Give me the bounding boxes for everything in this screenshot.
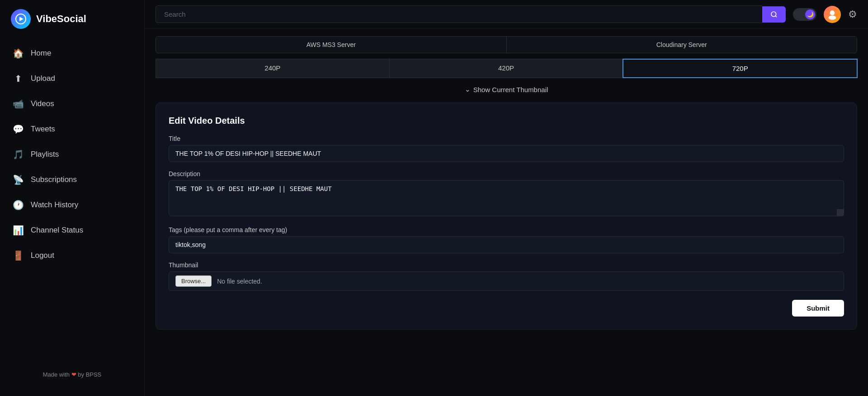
sidebar-item-subscriptions[interactable]: 📡 Subscriptions: [0, 168, 144, 191]
browse-button[interactable]: Browse...: [175, 275, 212, 287]
thumbnail-file-row: Browse... No file selected.: [169, 271, 844, 291]
sidebar-item-label: Playlists: [31, 150, 59, 159]
sidebar-item-playlists[interactable]: 🎵 Playlists: [0, 143, 144, 166]
sidebar-item-home[interactable]: 🏠 Home: [0, 42, 144, 65]
sidebar: VibeSocial 🏠 Home ⬆ Upload 📹 Videos 💬 Tw…: [0, 0, 145, 396]
subscriptions-icon: 📡: [13, 174, 24, 185]
form-footer: Submit: [169, 300, 844, 317]
sidebar-item-label: Channel Status: [31, 226, 83, 235]
description-field-group: Description THE TOP 1% OF DESI HIP-HOP |…: [169, 170, 844, 218]
edit-video-card: Edit Video Details Title Description THE…: [156, 102, 857, 330]
videos-icon: 📹: [13, 98, 24, 109]
chevron-down-icon: ⌄: [465, 85, 471, 93]
svg-line-3: [775, 16, 777, 17]
sidebar-footer: Made with ❤ by BPSS: [0, 362, 144, 387]
playlists-icon: 🎵: [13, 149, 24, 160]
watch-history-icon: 🕐: [13, 200, 24, 210]
sidebar-item-watch-history[interactable]: 🕐 Watch History: [0, 193, 144, 217]
sidebar-item-channel-status[interactable]: 📊 Channel Status: [0, 219, 144, 242]
sidebar-nav: 🏠 Home ⬆ Upload 📹 Videos 💬 Tweets 🎵 Play…: [0, 38, 144, 362]
logo-text: VibeSocial: [36, 13, 86, 25]
sidebar-item-label: Videos: [31, 99, 54, 108]
svg-point-4: [830, 10, 835, 15]
show-thumbnail-label: Show Current Thumbnail: [473, 86, 548, 93]
thumbnail-field-group: Thumbnail Browse... No file selected.: [169, 261, 844, 291]
no-file-label: No file selected.: [217, 278, 262, 285]
title-field-group: Title: [169, 135, 844, 162]
tags-field-group: Tags (please put a comma after every tag…: [169, 226, 844, 253]
svg-marker-1: [19, 17, 24, 21]
logo-icon: [11, 9, 31, 29]
sidebar-item-label: Watch History: [31, 200, 78, 210]
server-tab-aws[interactable]: AWS MS3 Server: [156, 37, 507, 53]
theme-toggle-thumb: 🌙: [805, 9, 815, 19]
submit-button[interactable]: Submit: [792, 300, 844, 317]
sidebar-item-upload[interactable]: ⬆ Upload: [0, 67, 144, 90]
sidebar-item-label: Home: [31, 49, 51, 58]
sidebar-item-logout[interactable]: 🚪 Logout: [0, 244, 144, 267]
thumbnail-label: Thumbnail: [169, 261, 844, 269]
tags-label: Tags (please put a comma after every tag…: [169, 226, 844, 233]
channel-status-icon: 📊: [13, 225, 24, 236]
header: 🌙 ⚙: [145, 0, 868, 29]
quality-tab-420p[interactable]: 420P: [389, 59, 623, 78]
sidebar-item-label: Logout: [31, 251, 54, 260]
content-area: AWS MS3 Server Cloudinary Server 240P 42…: [145, 29, 868, 396]
search-input[interactable]: [156, 5, 762, 23]
sidebar-item-label: Tweets: [31, 125, 55, 134]
sidebar-item-tweets[interactable]: 💬 Tweets: [0, 117, 144, 141]
tags-input[interactable]: [169, 236, 844, 253]
show-thumbnail-section: ⌄ Show Current Thumbnail: [156, 85, 857, 93]
svg-point-5: [829, 15, 836, 20]
logout-icon: 🚪: [13, 250, 24, 261]
upload-icon: ⬆: [13, 73, 24, 84]
heart-icon: ❤: [71, 371, 76, 378]
server-tabs: AWS MS3 Server Cloudinary Server: [156, 36, 857, 53]
tweets-icon: 💬: [13, 124, 24, 135]
title-input[interactable]: [169, 145, 844, 162]
search-wrapper: [156, 5, 786, 23]
title-label: Title: [169, 135, 844, 142]
settings-icon[interactable]: ⚙: [848, 9, 857, 20]
search-button[interactable]: [762, 6, 786, 23]
home-icon: 🏠: [13, 48, 24, 59]
quality-tab-720p[interactable]: 720P: [623, 59, 858, 78]
svg-point-2: [771, 12, 776, 17]
sidebar-item-label: Upload: [31, 74, 55, 83]
sidebar-item-label: Subscriptions: [31, 175, 77, 184]
quality-tabs: 240P 420P 720P: [156, 59, 857, 78]
sidebar-item-videos[interactable]: 📹 Videos: [0, 92, 144, 116]
server-tab-cloudinary[interactable]: Cloudinary Server: [507, 37, 857, 53]
main-content: 🌙 ⚙ AWS MS3 Server Cloudinary Server 240…: [145, 0, 868, 396]
edit-card-title: Edit Video Details: [169, 116, 844, 126]
header-actions: 🌙 ⚙: [793, 6, 857, 23]
description-textarea[interactable]: THE TOP 1% OF DESI HIP-HOP || SEEDHE MAU…: [169, 180, 844, 216]
logo[interactable]: VibeSocial: [0, 0, 144, 38]
quality-tab-240p[interactable]: 240P: [156, 59, 390, 78]
description-label: Description: [169, 170, 844, 177]
theme-toggle[interactable]: 🌙: [793, 8, 816, 21]
show-thumbnail-button[interactable]: ⌄ Show Current Thumbnail: [465, 85, 548, 93]
avatar[interactable]: [824, 6, 841, 23]
